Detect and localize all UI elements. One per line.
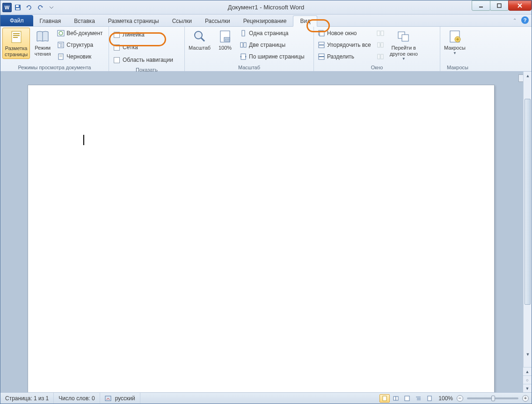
- status-words[interactable]: Число слов: 0: [54, 393, 100, 404]
- page-width-icon: [240, 53, 247, 60]
- prev-page-icon[interactable]: ▲: [523, 367, 532, 375]
- tab-mailings[interactable]: Рассылки: [198, 16, 237, 26]
- tab-home[interactable]: Главная: [33, 16, 68, 26]
- arrange-all-button[interactable]: Упорядочить все: [316, 39, 373, 51]
- status-zoom-value[interactable]: 100%: [438, 395, 453, 402]
- switch-windows-button[interactable]: Перейти в другое окно ▼: [388, 28, 420, 62]
- help-icon[interactable]: ?: [521, 16, 529, 24]
- gridlines-checkbox[interactable]: Сетка: [111, 41, 176, 53]
- browse-object-nav: ▲ ○ ▼: [523, 367, 532, 392]
- draft-button[interactable]: Черновик: [55, 51, 104, 62]
- svg-rect-4: [497, 4, 501, 7]
- svg-rect-39: [381, 43, 383, 47]
- svg-rect-27: [240, 43, 243, 47]
- zoom-out-button[interactable]: −: [457, 395, 463, 402]
- zoom-in-button[interactable]: +: [522, 395, 529, 402]
- status-web-icon[interactable]: [402, 394, 412, 403]
- tab-view[interactable]: Вид: [293, 15, 317, 27]
- qat-dropdown-icon[interactable]: [46, 2, 57, 13]
- status-print-layout-icon[interactable]: [379, 394, 390, 403]
- document-area[interactable]: ▲ ▼ ▲ ○ ▼: [0, 72, 532, 392]
- print-layout-icon: [9, 29, 24, 44]
- scroll-up-icon[interactable]: ▲: [524, 72, 532, 80]
- group-macros: Макросы ▼ Макросы: [440, 27, 475, 71]
- status-reading-icon[interactable]: [391, 394, 401, 403]
- split-icon: [318, 53, 325, 60]
- svg-rect-40: [378, 54, 380, 59]
- maximize-button[interactable]: [490, 0, 509, 11]
- tab-insert[interactable]: Вставка: [67, 16, 102, 26]
- web-layout-label: Веб-документ: [66, 30, 102, 37]
- next-page-icon[interactable]: ▼: [523, 384, 532, 392]
- zoom-slider[interactable]: [467, 397, 518, 399]
- status-draft-icon[interactable]: [424, 394, 435, 403]
- zoom-100-button[interactable]: 100 100%: [214, 28, 236, 52]
- one-page-label: Одна страница: [249, 30, 288, 37]
- web-layout-button[interactable]: Веб-документ: [55, 28, 104, 39]
- outline-label: Структура: [66, 42, 93, 48]
- vertical-scrollbar[interactable]: ▲ ▼ ▲ ○ ▼: [523, 72, 532, 392]
- macros-icon: [447, 29, 462, 44]
- save-icon[interactable]: [13, 2, 23, 13]
- zoom-icon: [192, 29, 207, 44]
- document-page[interactable]: [28, 85, 495, 392]
- sync-scroll-button[interactable]: [375, 39, 386, 51]
- word-app-icon[interactable]: W: [2, 3, 12, 12]
- svg-rect-33: [319, 45, 324, 48]
- tab-file[interactable]: Файл: [0, 15, 33, 26]
- svg-text:100: 100: [225, 38, 230, 41]
- browse-object-icon[interactable]: ○: [523, 375, 532, 384]
- tab-page-layout[interactable]: Разметка страницы: [102, 16, 166, 26]
- reading-layout-button[interactable]: Режим чтения: [32, 28, 53, 58]
- close-button[interactable]: [508, 0, 532, 11]
- redo-icon[interactable]: [35, 2, 45, 13]
- svg-rect-48: [394, 397, 396, 400]
- svg-rect-41: [381, 54, 383, 59]
- minimize-button[interactable]: [472, 0, 490, 11]
- sync-scroll-icon: [377, 41, 384, 49]
- print-layout-button[interactable]: Разметка страницы: [2, 28, 30, 59]
- tab-review[interactable]: Рецензирование: [237, 16, 293, 26]
- status-page[interactable]: Страница: 1 из 1: [0, 393, 54, 404]
- ruler-checkbox[interactable]: Линейка: [111, 29, 176, 41]
- split-button[interactable]: Разделить: [316, 51, 373, 62]
- ribbon-tabs: Файл Главная Вставка Разметка страницы С…: [0, 15, 532, 27]
- view-side-by-side-button[interactable]: [375, 28, 386, 39]
- svg-rect-47: [383, 396, 386, 401]
- svg-rect-26: [242, 30, 245, 36]
- gridlines-checkbox-box: [114, 44, 120, 51]
- one-page-button[interactable]: Одна страница: [238, 28, 306, 39]
- tab-references[interactable]: Ссылки: [166, 16, 198, 26]
- draft-label: Черновик: [66, 53, 91, 60]
- group-views-label: Режимы просмотра документа: [2, 64, 107, 71]
- arrange-all-label: Упорядочить все: [327, 42, 371, 48]
- undo-icon[interactable]: [24, 2, 34, 13]
- status-language[interactable]: русский: [100, 393, 140, 404]
- new-window-button[interactable]: Новое окно: [316, 28, 373, 39]
- quick-access-toolbar: W: [0, 2, 57, 13]
- ruler-label: Линейка: [123, 31, 145, 38]
- side-by-side-icon: [377, 29, 384, 37]
- group-macros-label: Макросы: [442, 64, 473, 71]
- svg-rect-31: [320, 31, 324, 36]
- zoom-slider-handle[interactable]: [491, 396, 495, 401]
- svg-rect-54: [428, 396, 431, 401]
- two-pages-button[interactable]: Две страницы: [238, 39, 306, 51]
- zoom-label: Масштаб: [189, 45, 211, 51]
- titlebar: W Документ1 - Microsoft Word: [0, 0, 532, 15]
- zoom-100-icon: 100: [218, 29, 233, 44]
- svg-rect-28: [244, 43, 246, 47]
- zoom-button[interactable]: Масштаб: [187, 28, 212, 52]
- two-pages-label: Две страницы: [249, 42, 285, 48]
- status-outline-icon[interactable]: [413, 394, 423, 403]
- scroll-down-icon[interactable]: ▼: [524, 350, 532, 359]
- collapse-ribbon-icon[interactable]: ⌃: [511, 16, 518, 24]
- reset-window-button[interactable]: [375, 51, 386, 62]
- scroll-thumb[interactable]: [525, 99, 531, 305]
- group-window-label: Окно: [316, 64, 438, 71]
- switch-windows-label: Перейти в другое окно: [390, 45, 418, 57]
- macros-button[interactable]: Макросы ▼: [442, 28, 467, 57]
- navpane-checkbox[interactable]: Область навигации: [111, 54, 176, 66]
- page-width-button[interactable]: По ширине страницы: [238, 51, 306, 62]
- outline-button[interactable]: Структура: [55, 39, 104, 51]
